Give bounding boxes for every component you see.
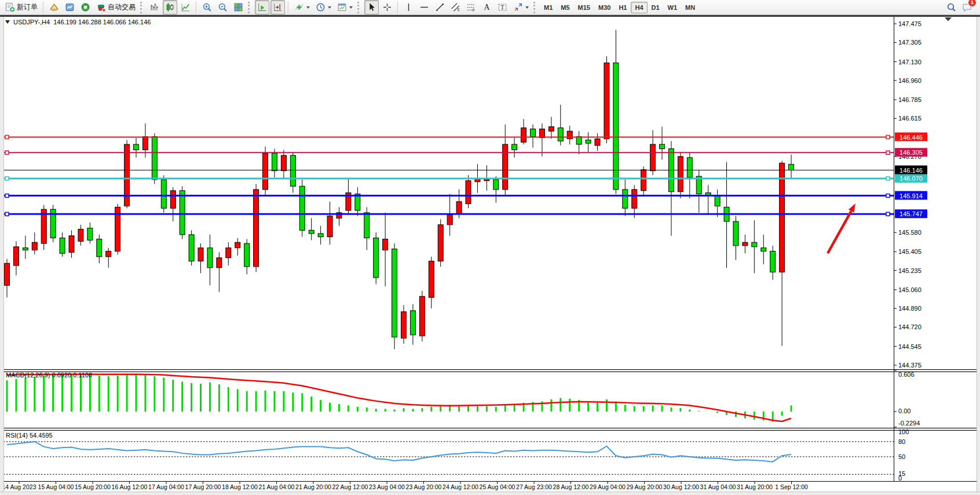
svg-text:21 Aug 20:00: 21 Aug 20:00 — [295, 483, 331, 490]
channel-button[interactable]: E — [448, 0, 463, 14]
search-button[interactable] — [944, 0, 959, 14]
candle-down — [576, 137, 582, 144]
svg-text:146.070: 146.070 — [899, 175, 923, 182]
line-handle[interactable] — [5, 136, 9, 139]
zoom-in-icon — [202, 2, 212, 12]
line-handle[interactable] — [886, 212, 890, 216]
timeframe-button-h1[interactable]: H1 — [615, 2, 631, 13]
new-order-button-label: 新订单 — [17, 2, 38, 12]
price-chart-canvas[interactable]: 147.475147.305147.130146.960146.785146.6… — [0, 0, 980, 495]
toolbar-grip[interactable] — [533, 2, 537, 13]
arrows-button[interactable] — [511, 0, 531, 14]
candle-up — [142, 137, 148, 150]
svg-text:22 Aug 12:00: 22 Aug 12:00 — [332, 483, 368, 490]
line-handle[interactable] — [5, 177, 9, 180]
cursor-button[interactable] — [364, 0, 379, 14]
timeframe-button-m30[interactable]: M30 — [594, 2, 615, 13]
line-handle[interactable] — [5, 212, 9, 216]
candle-down — [410, 311, 415, 335]
profiles-button[interactable] — [47, 0, 61, 14]
svg-text:146.446: 146.446 — [899, 134, 923, 141]
candlestick-button[interactable] — [163, 0, 177, 14]
svg-text:100: 100 — [898, 428, 909, 435]
candle-down — [493, 180, 499, 190]
templates-button[interactable] — [335, 0, 355, 14]
zoom-out-button[interactable] — [215, 0, 230, 14]
timeframe-button-m5[interactable]: M5 — [557, 2, 573, 13]
timeframe-button-m1[interactable]: M1 — [540, 2, 557, 13]
hline-icon — [419, 2, 429, 12]
line-handle[interactable] — [886, 136, 890, 139]
svg-text:31 Aug 04:00: 31 Aug 04:00 — [700, 483, 736, 490]
text-button[interactable]: A — [480, 0, 494, 14]
candle-down — [180, 191, 185, 235]
auto-scroll-button[interactable] — [255, 0, 269, 14]
candle-up — [217, 258, 222, 268]
svg-text:144.720: 144.720 — [898, 323, 922, 330]
macd-indicator-label: MACD(12,26,9) 0.0920 0.1108 — [6, 372, 92, 378]
svg-text:23 Aug 04:00: 23 Aug 04:00 — [369, 483, 405, 490]
svg-text:29 Aug 20:00: 29 Aug 20:00 — [627, 483, 663, 490]
line-handle[interactable] — [5, 194, 9, 198]
vertical-line-button[interactable] — [401, 0, 416, 14]
label-button[interactable]: T — [495, 0, 510, 14]
indicators-icon — [294, 2, 304, 12]
toolbar-grip[interactable] — [357, 2, 361, 13]
timeframe-button-d1[interactable]: D1 — [648, 2, 664, 13]
periods-button[interactable] — [313, 0, 334, 14]
candle-down — [687, 158, 692, 177]
svg-text:145.914: 145.914 — [899, 192, 923, 199]
candle-up — [650, 144, 656, 171]
svg-text:144.375: 144.375 — [898, 362, 922, 369]
candle-down — [189, 235, 194, 261]
line-chart-button[interactable] — [178, 0, 193, 14]
arrows-icon — [513, 2, 523, 12]
notification-badge: 1 — [968, 0, 977, 7]
svg-text:17 Aug 20:00: 17 Aug 20:00 — [185, 483, 221, 490]
market-watch-icon — [65, 2, 75, 12]
chevron-down-icon — [328, 6, 331, 9]
svg-text:23 Aug 20:00: 23 Aug 20:00 — [406, 483, 442, 490]
template-icon — [337, 2, 347, 12]
candle-up — [106, 251, 111, 257]
navigator-button[interactable] — [78, 0, 93, 14]
svg-text:24 Aug 12:00: 24 Aug 12:00 — [443, 483, 478, 490]
auto-trading-button[interactable]: 自动交易 — [94, 0, 138, 14]
trendline-button[interactable] — [433, 0, 447, 14]
timeframe-button-h4[interactable]: H4 — [631, 2, 647, 13]
new-order-button[interactable]: 新订单 — [3, 0, 40, 14]
candle-down — [705, 193, 711, 195]
line-chart-icon — [181, 2, 191, 12]
line-handle[interactable] — [886, 194, 890, 198]
chart-shift-button[interactable] — [270, 0, 285, 14]
indicators-button[interactable] — [292, 0, 312, 14]
horizontal-line-button[interactable] — [417, 0, 432, 14]
market-watch-button[interactable] — [63, 0, 77, 14]
symbol-dropdown-icon[interactable] — [5, 20, 10, 24]
fibonacci-button[interactable]: F — [464, 0, 478, 14]
timeframe-button-w1[interactable]: W1 — [664, 2, 682, 13]
line-handle[interactable] — [5, 151, 9, 154]
ohlc-values: 146.199 146.288 146.066 146.146 — [53, 19, 151, 26]
svg-text:29 Aug 04:00: 29 Aug 04:00 — [590, 483, 626, 490]
tline-icon — [435, 2, 445, 12]
candle-down — [512, 144, 517, 150]
tile-windows-button[interactable] — [231, 0, 246, 14]
bar-chart-button[interactable] — [147, 0, 162, 14]
zoom-in-button[interactable] — [200, 0, 214, 14]
candle-up — [484, 180, 489, 181]
svg-text:25 Aug 04:00: 25 Aug 04:00 — [480, 483, 515, 490]
notifications-button[interactable]: 1 — [960, 0, 974, 14]
candle-up — [429, 261, 434, 297]
tile-windows-icon — [233, 2, 243, 12]
crosshair-button[interactable] — [380, 0, 394, 14]
timeframe-button-mn[interactable]: MN — [681, 2, 699, 13]
line-handle[interactable] — [886, 177, 890, 180]
vline-icon — [404, 2, 414, 12]
toolbar-grip[interactable] — [140, 2, 144, 13]
line-handle[interactable] — [886, 151, 890, 154]
timeframe-button-m15[interactable]: M15 — [574, 2, 594, 13]
svg-text:145.060: 145.060 — [898, 286, 922, 293]
toolbar-grip[interactable] — [248, 2, 251, 13]
window-frame-right — [977, 17, 980, 495]
